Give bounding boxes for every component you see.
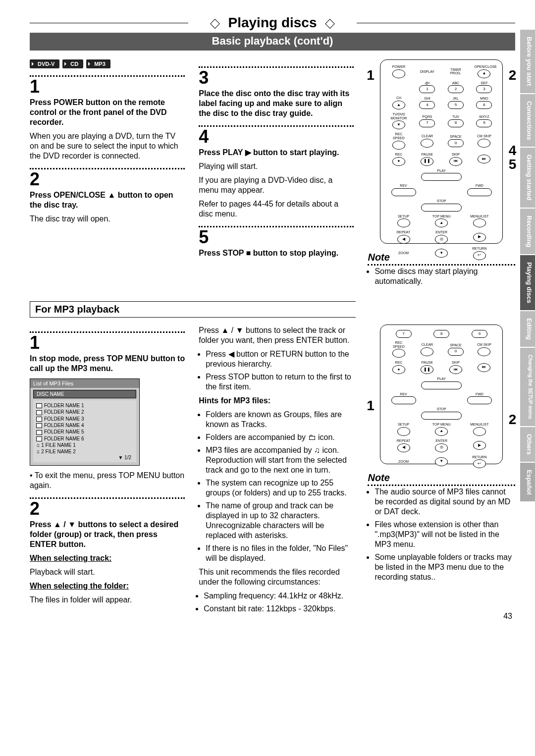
hint-5: The name of group and track can be displ… <box>206 501 354 540</box>
side-tab-recording[interactable]: Recording <box>520 209 535 255</box>
step-4-body2: If you are playing a DVD-Video disc, a m… <box>199 175 354 195</box>
badge-mp3: MP3 <box>86 59 110 68</box>
when-selecting-folder-h: When selecting the folder: <box>30 582 129 590</box>
page-number: 43 <box>503 612 512 621</box>
chapter-title-text: Playing discs <box>228 15 317 30</box>
mp3-step-1-lead: In stop mode, press TOP MENU button to c… <box>30 354 185 374</box>
hint-2: Folders are accompanied by 🗀 icon. <box>206 432 354 442</box>
rec-2: Constant bit rate: 112kbps - 320kbps. <box>204 604 354 614</box>
when-selecting-track-h: When selecting track: <box>30 554 111 562</box>
mp3-col2-lead: Press ▲ / ▼ buttons to select the track … <box>199 325 354 345</box>
mp3-step-2-lead: Press ▲ / ▼ buttons to select a desired … <box>30 520 185 549</box>
step-2-body: The disc tray will open. <box>30 214 185 224</box>
mp3-col2-b1: Press ◀ button or RETURN button to the p… <box>206 349 354 369</box>
step-5-number: 5 <box>199 228 354 246</box>
hint-6: If there is no files in the folder, "No … <box>206 543 354 563</box>
note-1-item: Some discs may start playing automatical… <box>374 267 515 286</box>
step-2-number: 2 <box>30 170 185 188</box>
mp3-disc-name: DISC NAME <box>33 390 136 398</box>
step-4-body3: Refer to pages 44-45 for details about a… <box>199 199 354 219</box>
step-1-body: When you are playing a DVD, turn the TV … <box>30 131 185 161</box>
remote-illustration-bottom: 7 8 9 REC SPEED CLEAR SPACE0 CM SKIP REC… <box>380 324 503 464</box>
mp3-list-header: List of MP3 Files <box>30 379 139 388</box>
when-selecting-track-b: Playback will start. <box>30 567 185 577</box>
mp3-step-2-number: 2 <box>30 500 185 518</box>
note-2-title: Note <box>368 472 515 484</box>
side-tab-editing[interactable]: Editing <box>520 311 535 348</box>
mp3-callout-2: 2 <box>509 412 517 428</box>
step-2-lead: Press OPEN/CLOSE ▲ button to open the di… <box>30 190 185 210</box>
note-2-item-1: The audio source of MP3 files cannot be … <box>374 487 515 517</box>
side-tab-others[interactable]: Others <box>520 427 535 463</box>
step-3-number: 3 <box>199 69 354 87</box>
callout-1: 1 <box>367 67 374 83</box>
hint-1: Folders are known as Groups, files are k… <box>206 410 354 430</box>
step-1-lead: Press POWER button on the remote control… <box>30 98 185 127</box>
step-5-lead: Press STOP ■ button to stop playing. <box>199 248 354 258</box>
step-4-number: 4 <box>199 128 354 146</box>
note-2-item-2: Files whose extension is other than ".mp… <box>374 520 515 549</box>
mp3-file-list-illustration: List of MP3 Files DISC NAME FOLDER NAME … <box>30 378 140 466</box>
side-tab-espanol[interactable]: Español <box>520 463 535 503</box>
disc-type-badges: DVD-V CD MP3 <box>30 59 185 68</box>
badge-dvdv: DVD-V <box>30 59 59 68</box>
mp3-subsection-title: For MP3 playback <box>30 301 356 318</box>
side-tab-before-you-start[interactable]: Before you start <box>520 30 535 94</box>
section-title: Basic playback (cont'd) <box>30 33 515 51</box>
hint-3: MP3 files are accompanied by ♫ icon. Rep… <box>206 445 354 475</box>
rec-lead: This unit recommends the files recorded … <box>199 567 354 587</box>
when-selecting-folder-b: The files in folder will appear. <box>30 595 185 605</box>
remote-illustration-top: POWER DISPLAY TIMER PROG. OPEN/CLOSE▲ .@… <box>380 59 503 244</box>
step-4-body1: Playing will start. <box>199 162 354 171</box>
note-2-item-3: Some unplayable folders or tracks may be… <box>374 552 515 582</box>
side-tab-playing-discs[interactable]: Playing discs <box>520 255 535 311</box>
chapter-title: Playing discs <box>30 15 515 31</box>
side-tab-getting-started[interactable]: Getting started <box>520 148 535 208</box>
mp3-step-1-number: 1 <box>30 334 185 352</box>
hint-4: The system can recognize up to 255 group… <box>206 478 354 498</box>
step-3-lead: Place the disc onto the disc tray with i… <box>199 89 354 118</box>
badge-cd: CD <box>62 59 83 68</box>
side-tab-connections[interactable]: Connections <box>520 94 535 148</box>
side-tab-setup-menu[interactable]: Changing the SETUP menu <box>520 348 535 427</box>
side-tabs: Before you start Connections Getting sta… <box>520 30 535 502</box>
rec-1: Sampling frequency: 44.1kHz or 48kHz. <box>204 591 354 601</box>
mp3-col2-b2: Press STOP button to return to the first… <box>206 372 354 392</box>
mp3-step-1-exit: • To exit the menu, press TOP MENU butto… <box>30 471 185 490</box>
mp3-callout-1: 1 <box>367 398 374 414</box>
step-1-number: 1 <box>30 78 185 96</box>
callout-2: 2 <box>509 67 517 83</box>
step-4-lead: Press PLAY ▶ button to start playing. <box>199 148 354 158</box>
hints-h: Hints for MP3 files: <box>199 396 270 405</box>
callout-5: 5 <box>509 157 517 172</box>
